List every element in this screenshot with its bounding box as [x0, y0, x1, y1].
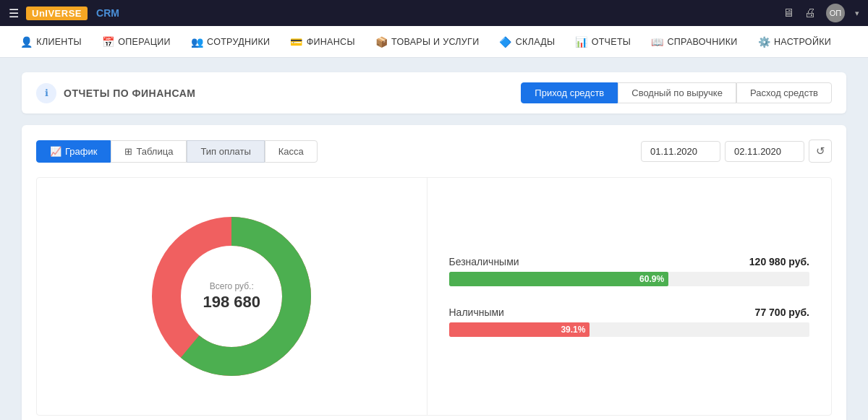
- nav-item-staff-label: СОТРУДНИКИ: [207, 37, 270, 47]
- nav-item-settings-label: НАСТРОЙКИ: [774, 37, 831, 47]
- cash-progress-bg: 39.1%: [449, 322, 810, 337]
- graph-view-button[interactable]: 📈 График: [36, 140, 111, 163]
- handbooks-icon: 📖: [651, 36, 663, 48]
- nav-item-goods[interactable]: 📦 ТОВАРЫ И УСЛУГИ: [367, 26, 488, 58]
- tab-expense[interactable]: Расход средств: [736, 82, 832, 103]
- nav-item-warehouses[interactable]: 🔷 СКЛАДЫ: [490, 26, 563, 58]
- legend-item-cashless: Безналичными 120 980 руб. 60.9%: [449, 256, 810, 286]
- nav-item-warehouses-label: СКЛАДЫ: [516, 37, 556, 47]
- refresh-icon: ↺: [816, 145, 825, 158]
- legend-cashless-header: Безналичными 120 980 руб.: [449, 256, 810, 267]
- table-view-button[interactable]: ⊞ Таблица: [111, 140, 187, 163]
- legend-section: Безналичными 120 980 руб. 60.9% Наличным…: [427, 178, 832, 415]
- payment-type-button[interactable]: Тип оплаты: [187, 140, 264, 163]
- nav-item-reports[interactable]: 📊 ОТЧЕТЫ: [566, 26, 639, 58]
- reports-icon: 📊: [575, 36, 587, 48]
- logo-crm: CRM: [96, 7, 119, 19]
- donut-center: Всего руб.: 198 680: [203, 281, 260, 312]
- nav-item-handbooks[interactable]: 📖 СПРАВОЧНИКИ: [642, 26, 746, 58]
- donut-total-value: 198 680: [203, 293, 260, 312]
- donut-chart: Всего руб.: 198 680: [145, 210, 318, 383]
- page-header: ℹ ОТЧЕТЫ ПО ФИНАНСАМ Приход средств Свод…: [22, 72, 846, 113]
- nav-item-reports-label: ОТЧЕТЫ: [592, 37, 631, 47]
- nav-item-settings[interactable]: ⚙️ НАСТРОЙКИ: [749, 26, 840, 58]
- kassa-button[interactable]: Касса: [265, 140, 318, 163]
- print-icon[interactable]: 🖨: [804, 7, 816, 20]
- table-icon: ⊞: [124, 146, 132, 157]
- legend-cash-name: Наличными: [449, 307, 504, 318]
- cashless-percent-label: 60.9%: [639, 274, 664, 284]
- tab-summary[interactable]: Сводный по выручке: [618, 82, 736, 103]
- legend-cashless-value: 120 980 руб.: [749, 256, 809, 267]
- cashless-progress-fill: 60.9%: [449, 272, 669, 286]
- graph-icon: 📈: [50, 146, 61, 157]
- page-content: ℹ ОТЧЕТЫ ПО ФИНАНСАМ Приход средств Свод…: [0, 58, 868, 420]
- legend-item-cash: Наличными 77 700 руб. 39.1%: [449, 307, 810, 337]
- logo-badge: UnIVERSE: [26, 7, 88, 20]
- hamburger-icon[interactable]: ☰: [9, 7, 19, 20]
- nav-item-clients[interactable]: 👤 КЛИЕНТЫ: [12, 26, 90, 58]
- date-to-input[interactable]: [725, 141, 804, 162]
- date-from-input[interactable]: [641, 141, 720, 162]
- toolbar-dates: ↺: [641, 140, 832, 163]
- goods-icon: 📦: [375, 36, 388, 48]
- settings-icon: ⚙️: [758, 36, 770, 48]
- cash-percent-label: 39.1%: [561, 325, 585, 335]
- nav-item-clients-label: КЛИЕНТЫ: [36, 37, 82, 47]
- page-header-tabs: Приход средств Сводный по выручке Расход…: [521, 82, 832, 103]
- toolbar: 📈 График ⊞ Таблица Тип оплаты Касса ↺: [36, 140, 832, 163]
- nav-item-finances[interactable]: 💳 ФИНАНСЫ: [281, 26, 363, 58]
- legend-cash-header: Наличными 77 700 руб.: [449, 307, 810, 318]
- donut-section: Всего руб.: 198 680: [37, 178, 427, 415]
- staff-icon: 👥: [191, 36, 203, 48]
- nav-item-staff[interactable]: 👥 СОТРУДНИКИ: [182, 26, 279, 58]
- chart-area: Всего руб.: 198 680 Безналичными 120 980…: [36, 177, 832, 416]
- operations-icon: 📅: [102, 36, 114, 48]
- nav-item-finances-label: ФИНАНСЫ: [307, 37, 355, 47]
- user-avatar[interactable]: ОП: [826, 4, 845, 22]
- chevron-down-icon[interactable]: ▾: [855, 9, 859, 18]
- nav-item-operations[interactable]: 📅 ОПЕРАЦИИ: [93, 26, 179, 58]
- refresh-button[interactable]: ↺: [809, 140, 832, 163]
- legend-cashless-name: Безналичными: [449, 256, 519, 267]
- nav-item-handbooks-label: СПРАВОЧНИКИ: [668, 37, 738, 47]
- main-card: 📈 График ⊞ Таблица Тип оплаты Касса ↺: [22, 125, 846, 420]
- page-header-icon: ℹ: [36, 83, 56, 103]
- finances-icon: 💳: [290, 36, 302, 48]
- cash-progress-fill: 39.1%: [449, 322, 590, 337]
- monitor-icon[interactable]: 🖥: [783, 7, 794, 20]
- tab-income[interactable]: Приход средств: [521, 82, 618, 103]
- nav-item-operations-label: ОПЕРАЦИИ: [118, 37, 171, 47]
- clients-icon: 👤: [20, 36, 33, 48]
- cashless-progress-bg: 60.9%: [449, 272, 810, 286]
- donut-total-label: Всего руб.:: [203, 281, 260, 291]
- nav-item-goods-label: ТОВАРЫ И УСЛУГИ: [391, 37, 479, 47]
- page-title: ОТЧЕТЫ ПО ФИНАНСАМ: [64, 87, 195, 99]
- top-bar-right: 🖥 🖨 ОП ▾: [783, 4, 859, 22]
- warehouses-icon: 🔷: [499, 36, 511, 48]
- top-bar: ☰ UnIVERSE CRM 🖥 🖨 ОП ▾: [0, 0, 868, 26]
- nav-bar: 👤 КЛИЕНТЫ 📅 ОПЕРАЦИИ 👥 СОТРУДНИКИ 💳 ФИНА…: [0, 26, 868, 58]
- legend-cash-value: 77 700 руб.: [755, 307, 809, 318]
